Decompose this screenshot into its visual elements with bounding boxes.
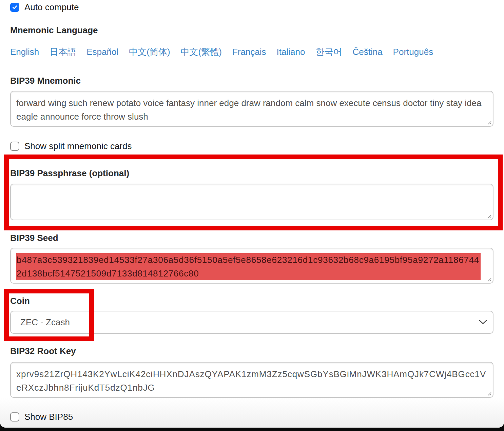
page-background: Auto compute Mnemonic Language English 日…: [0, 0, 504, 431]
bip39-mnemonic-textarea[interactable]: forward wing such renew potato voice fan…: [10, 91, 493, 127]
bip39-passphrase-textarea[interactable]: [10, 184, 493, 220]
show-split-label[interactable]: Show split mnemonic cards: [24, 141, 132, 151]
bip39-passphrase-heading: BIP39 Passphrase (optional): [10, 168, 129, 178]
resize-handle-icon[interactable]: [486, 276, 491, 282]
language-link-chinese-simplified[interactable]: 中文(简体): [129, 46, 170, 57]
language-link-czech[interactable]: Čeština: [352, 46, 382, 57]
bip39-mnemonic-value: forward wing such renew potato voice fan…: [16, 96, 487, 123]
show-bip85-label[interactable]: Show BIP85: [24, 412, 73, 422]
show-split-checkbox[interactable]: [10, 142, 19, 151]
show-bip85-checkbox[interactable]: [10, 412, 19, 422]
mnemonic-language-heading: Mnemonic Language: [10, 25, 98, 35]
checkmark-icon: [12, 4, 18, 10]
language-links: English 日本語 Español 中文(简体) 中文(繁體) França…: [10, 46, 433, 57]
resize-handle-icon[interactable]: [486, 119, 491, 125]
auto-compute-label[interactable]: Auto compute: [24, 2, 79, 12]
coin-heading: Coin: [10, 296, 30, 306]
show-split-row: Show split mnemonic cards: [10, 141, 132, 151]
language-link-japanese[interactable]: 日本語: [50, 46, 76, 57]
show-bip85-row: Show BIP85: [10, 412, 73, 422]
chevron-down-icon: [479, 320, 487, 325]
language-link-chinese-traditional[interactable]: 中文(繁體): [181, 46, 222, 57]
language-link-italian[interactable]: Italiano: [277, 46, 305, 57]
bip39-seed-heading: BIP39 Seed: [10, 233, 58, 243]
language-link-spanish[interactable]: Español: [86, 46, 118, 57]
bip39-seed-value-highlighted: b487a3c539321839ed14533f27a306a5d36f5150…: [16, 253, 481, 280]
bip32-root-key-textarea[interactable]: xprv9s21ZrQH143K2YwLciK42ciHHXnDJAszQYAP…: [10, 362, 493, 398]
resize-handle-icon[interactable]: [486, 213, 491, 218]
bip39-seed-textarea[interactable]: b487a3c539321839ed14533f27a306a5d36f5150…: [10, 248, 493, 284]
coin-select[interactable]: ZEC - Zcash: [10, 311, 493, 334]
language-link-portuguese[interactable]: Português: [393, 46, 433, 57]
resize-handle-icon[interactable]: [486, 390, 491, 396]
language-link-english[interactable]: English: [10, 46, 39, 57]
bip32-root-key-value: xprv9s21ZrQH143K2YwLciK42ciHHXnDJAszQYAP…: [16, 367, 487, 394]
coin-select-value: ZEC - Zcash: [20, 317, 70, 328]
bip32-root-key-heading: BIP32 Root Key: [10, 346, 76, 356]
bip39-mnemonic-heading: BIP39 Mnemonic: [10, 76, 81, 85]
language-link-french[interactable]: Français: [232, 46, 266, 57]
bip39-tool-panel: Auto compute Mnemonic Language English 日…: [0, 0, 504, 428]
auto-compute-checkbox[interactable]: [10, 3, 19, 12]
auto-compute-row: Auto compute: [10, 2, 79, 12]
language-link-korean[interactable]: 한국어: [315, 46, 342, 57]
